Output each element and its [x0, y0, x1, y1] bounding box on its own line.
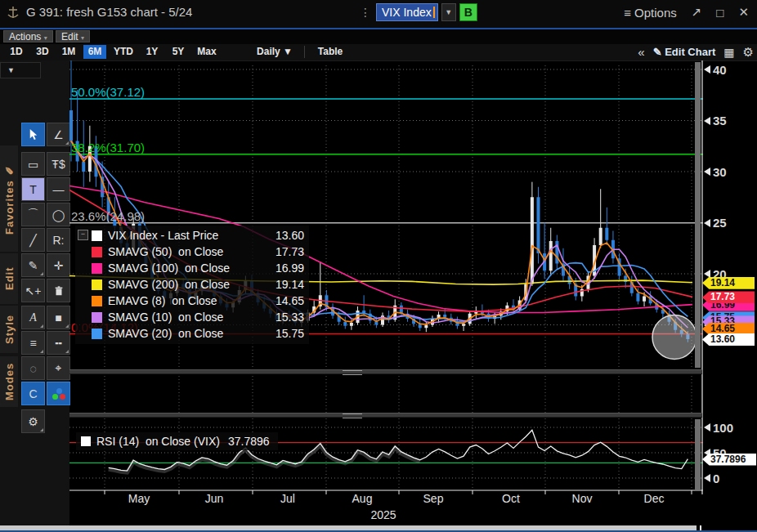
legend-value: 17.73 — [275, 245, 304, 258]
fib-level-label: 23.6%(24.98) — [71, 209, 145, 223]
legend-collapse-button[interactable]: − — [78, 230, 88, 240]
separator-drag-handle[interactable] — [343, 414, 362, 418]
pane-scrollbar[interactable] — [695, 419, 701, 490]
price-axis-tick: 40 — [704, 64, 727, 75]
legend-item[interactable]: SMAVG (20) on Close15.75 — [78, 325, 304, 342]
range-button-3d[interactable]: 3D — [31, 45, 54, 59]
rsi-value: 37.7896 — [228, 435, 270, 448]
horizontal-line-tool[interactable]: — — [47, 177, 70, 201]
trendline-tool[interactable]: ∠ — [47, 123, 70, 146]
legend-item[interactable]: SMAVG (200) on Close19.14 — [78, 276, 304, 293]
line-style-button[interactable]: ╍ — [47, 331, 70, 355]
legend-item[interactable]: SMAVG (100) on Close16.99 — [78, 260, 304, 276]
delete-tool[interactable] — [47, 279, 70, 302]
price-tag: 14.65 — [702, 323, 755, 335]
legend-item[interactable]: EMAVG (8) on Close14.65 — [78, 293, 304, 309]
text-tool[interactable]: T — [21, 177, 45, 201]
highlight-circle-annotation[interactable] — [652, 315, 697, 360]
axis-tick-arrow-icon — [704, 474, 710, 482]
chart-settings-gear-icon[interactable]: ⚙ — [743, 45, 754, 60]
annotate-icon[interactable]: ▦ — [723, 46, 734, 59]
security-input[interactable]: VIX Index — [376, 3, 438, 21]
range-button-max[interactable]: Max — [193, 45, 221, 59]
legend-label: SMAVG (10) on Close — [108, 311, 223, 324]
maximize-icon[interactable]: □ — [716, 6, 723, 20]
select-add-tool[interactable]: ↖+ — [21, 279, 45, 302]
ellipse-tool[interactable]: ◯ — [47, 203, 70, 226]
range-button-1d[interactable]: 1D — [5, 45, 28, 59]
font-style-button[interactable]: A — [21, 306, 45, 329]
line-width-button[interactable]: ≡ — [21, 331, 45, 355]
legend-item[interactable]: SMAVG (10) on Close15.33 — [78, 309, 304, 325]
price-tag: 13.60 — [702, 333, 755, 346]
rgb-dots-icon — [52, 388, 65, 400]
fib-level-label: 50.0%(37.12) — [71, 85, 145, 99]
pane-scrollbar[interactable] — [695, 62, 701, 368]
legend-value: 13.60 — [275, 229, 304, 242]
separator-drag-handle[interactable] — [343, 370, 362, 375]
price-axis-tick: 25 — [704, 217, 727, 229]
pointer-tool[interactable] — [21, 123, 45, 146]
rsi-label: RSI (14) on Close (VIX) — [96, 435, 220, 448]
security-type-badge[interactable]: B — [459, 3, 477, 21]
legend-swatch — [92, 296, 102, 306]
period-dropdown[interactable]: Daily ▼ — [253, 45, 296, 59]
range-button-ytd[interactable]: YTD — [110, 45, 137, 59]
grab-anchor-icon[interactable] — [7, 6, 20, 19]
bloomberg-chart-window: G 391: fresh G153 chart - 5/24 ⋮ VIX Ind… — [0, 0, 757, 532]
drawing-toolbar: ▼ Favorites ✎EditStyleModes ∠▭Ŧ$T—⌒◯╱R:✎… — [0, 60, 69, 532]
pin-mode-button[interactable]: ⌖ — [47, 356, 70, 380]
actions-menu[interactable]: Actions ▾ — [3, 30, 53, 42]
regression-tool[interactable]: R: — [47, 228, 70, 252]
crayon-mode-button[interactable]: C — [21, 382, 45, 405]
legend-item[interactable]: VIX Index - Last Price13.60 — [78, 227, 304, 244]
note-tool[interactable]: ▭ — [21, 152, 45, 176]
pane-separator[interactable] — [69, 413, 702, 418]
cursor-arrow-icon — [27, 128, 39, 141]
legend-label: SMAVG (50) on Close — [108, 245, 223, 258]
pencil-tool[interactable]: ✎ — [21, 253, 45, 277]
x-axis-month-label: Nov — [564, 492, 600, 505]
rsi-swatch — [81, 436, 91, 446]
range-button-1y[interactable]: 1Y — [141, 45, 163, 59]
range-button-6m[interactable]: 6M — [83, 45, 106, 59]
options-menu-button[interactable]: ≡ Options — [624, 6, 677, 20]
color-mode-button[interactable] — [47, 382, 70, 405]
price-tag: 19.14 — [702, 277, 755, 289]
sidebar-tab-modes[interactable]: Modes — [0, 356, 18, 407]
price-label-tool[interactable]: Ŧ$ — [47, 152, 70, 176]
segment-tool[interactable]: ╱ — [21, 228, 45, 252]
table-button[interactable]: Table — [312, 45, 348, 59]
chart-settings-button[interactable]: ⚙ — [21, 409, 45, 433]
x-axis-month-label: Jul — [270, 492, 306, 505]
range-button-1m[interactable]: 1M — [57, 45, 80, 59]
edit-menu[interactable]: Edit ▾ — [56, 30, 90, 42]
pane-separator[interactable] — [69, 369, 702, 374]
toolbar-collapse-button[interactable]: ▼ — [0, 62, 41, 78]
axis-tick-arrow-icon — [704, 219, 710, 227]
lasso-mode-button[interactable]: ◌ — [21, 356, 45, 380]
popout-icon[interactable]: ↗ — [692, 5, 702, 20]
fill-color-button[interactable]: ■ — [47, 306, 70, 329]
legend-swatch — [92, 329, 102, 339]
rsi-legend[interactable]: RSI (14) on Close (VIX) 37.7896 — [76, 432, 278, 450]
edit-chart-button[interactable]: ✎ Edit Chart — [653, 46, 716, 58]
x-axis-month-label: Jun — [196, 492, 232, 505]
legend-value: 16.99 — [275, 262, 304, 275]
corner-dropdown-mark — [65, 141, 69, 145]
menu-bar: Actions ▾ Edit ▾ — [0, 29, 757, 44]
range-button-5y[interactable]: 5Y — [167, 45, 190, 59]
corner-dropdown-mark — [65, 350, 69, 353]
kebab-icon[interactable]: ⋮ — [360, 6, 371, 19]
legend-item[interactable]: SMAVG (50) on Close17.73 — [78, 244, 304, 260]
sidebar-tab-favorites[interactable]: Favorites ✎ — [0, 145, 18, 252]
legend-value: 15.75 — [275, 327, 304, 340]
x-axis-month-label: Oct — [493, 492, 529, 505]
security-dropdown-button[interactable]: ▼ — [441, 3, 456, 21]
collapse-toolbar-icon[interactable]: « — [638, 45, 644, 59]
arc-tool[interactable]: ⌒ — [21, 203, 45, 226]
sidebar-tab-style[interactable]: Style — [0, 306, 18, 353]
sidebar-tab-edit[interactable]: Edit — [0, 253, 18, 304]
move-tool[interactable]: ✛ — [47, 253, 70, 277]
close-icon[interactable]: ✕ — [738, 5, 749, 20]
